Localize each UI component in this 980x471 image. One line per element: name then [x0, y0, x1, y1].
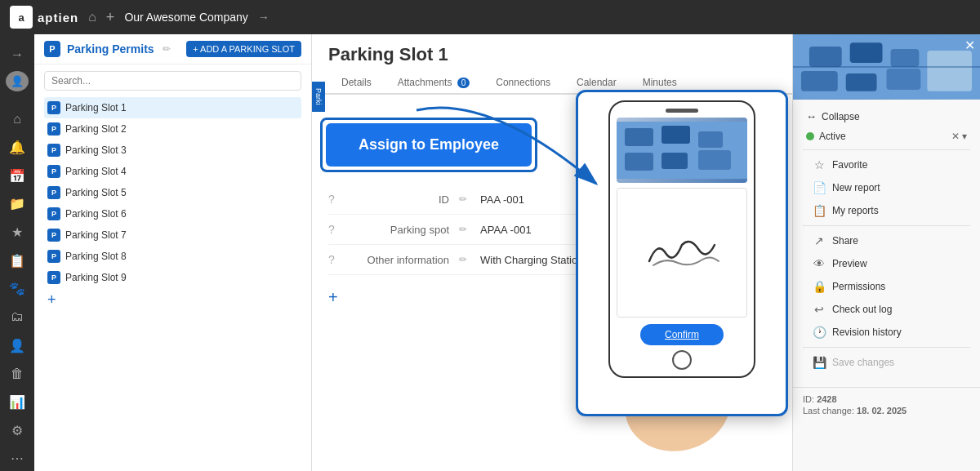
svg-rect-1	[809, 47, 842, 67]
svg-rect-3	[890, 49, 919, 67]
slot-item-1[interactable]: P Parking Slot 1	[44, 97, 301, 118]
record-id: ID: 2428	[803, 394, 970, 404]
permit-icon: P	[44, 41, 60, 57]
logo[interactable]: a aptien	[10, 6, 78, 29]
favorite-item[interactable]: ☆ Favorite	[803, 153, 970, 176]
home-icon[interactable]: ⌂	[88, 10, 96, 24]
field-id-edit-icon[interactable]: ✏	[459, 193, 467, 205]
sidebar-archive-icon[interactable]: 🗂	[3, 304, 31, 330]
sidebar-trash-icon[interactable]: 🗑	[3, 361, 31, 386]
slot-icon-8: P	[47, 250, 60, 263]
plus-icon[interactable]: +	[106, 9, 115, 26]
checkout-icon: ↩	[813, 303, 826, 316]
sidebar-home-icon[interactable]: ⌂	[3, 107, 31, 132]
report-icon: 📄	[813, 181, 826, 194]
sidebar-chart-icon[interactable]: 📊	[3, 389, 31, 415]
panel-close-button[interactable]: ✕	[964, 38, 975, 53]
slot-item-5[interactable]: P Parking Slot 5	[44, 182, 301, 203]
main-header: Parking Slot 1	[312, 34, 792, 65]
status-chevron-icon[interactable]: ▾	[962, 131, 967, 142]
add-slot-plus-icon[interactable]: +	[44, 288, 301, 312]
slot-item-9[interactable]: P Parking Slot 9	[44, 267, 301, 288]
revision-item[interactable]: 🕐 Revision history	[803, 321, 970, 344]
revision-label: Revision history	[832, 327, 902, 338]
sidebar-calendar-icon[interactable]: 📅	[3, 163, 31, 189]
field-id-help-icon[interactable]: ?	[328, 193, 341, 206]
star-icon: ☆	[813, 158, 826, 171]
phone-home-button[interactable]	[672, 350, 692, 370]
slot-item-8[interactable]: P Parking Slot 8	[44, 246, 301, 267]
phone-overlay: Confirm	[576, 90, 788, 416]
collapse-button[interactable]: ↔ Collapse	[803, 106, 970, 127]
slot-item-4[interactable]: P Parking Slot 4	[44, 161, 301, 182]
left-sidebar: → 👤 ⌂ 🔔 📅 📁 ★ 📋 🐾 🗂 👤 🗑 📊 ⚙ ⋯	[0, 34, 34, 471]
search-input[interactable]	[44, 71, 301, 91]
sidebar-bell-icon[interactable]: 🔔	[3, 135, 31, 160]
sidebar-folder-icon[interactable]: 📁	[3, 192, 31, 217]
field-info-help-icon[interactable]: ?	[328, 253, 341, 266]
phone-image-area	[617, 118, 747, 183]
attachments-badge: 0	[457, 78, 470, 88]
permissions-item[interactable]: 🔒 Permissions	[803, 275, 970, 298]
panel-actions: ↔ Collapse Active ✕ ▾ ☆ Favorite 📄 New r…	[793, 100, 980, 380]
add-parking-slot-button[interactable]: + ADD A PARKING SLOT	[186, 41, 301, 57]
sidebar-list-icon[interactable]: 📋	[3, 248, 31, 273]
tab-details[interactable]: Details	[328, 72, 385, 95]
status-x-button[interactable]: ✕	[951, 131, 960, 142]
tab-connections[interactable]: Connections	[483, 72, 564, 95]
new-report-item[interactable]: 📄 New report	[803, 176, 970, 199]
slot-name-4: Parking Slot 4	[65, 166, 127, 177]
sidebar-settings-icon[interactable]: ⚙	[3, 418, 31, 443]
slot-icon-3: P	[47, 144, 60, 157]
phone-thumbnail-svg	[617, 118, 747, 183]
active-status-dot	[806, 132, 814, 140]
sidebar-title: Parking Permits	[67, 42, 154, 56]
permissions-icon: 🔒	[813, 280, 826, 293]
share-item[interactable]: ↗ Share	[803, 229, 970, 252]
sidebar-user-icon[interactable]: 👤	[3, 333, 31, 358]
panel-divider-1	[803, 149, 970, 150]
field-spot-edit-icon[interactable]: ✏	[459, 224, 467, 235]
phone-signature-area	[617, 188, 747, 318]
svg-rect-2	[850, 42, 883, 63]
sidebar-paw-icon[interactable]: 🐾	[3, 277, 31, 302]
field-info-label: Other information	[351, 254, 449, 266]
slot-icon-2: P	[47, 122, 60, 136]
svg-rect-4	[801, 71, 838, 91]
phone-confirm-button[interactable]: Confirm	[640, 324, 724, 345]
slot-item-7[interactable]: P Parking Slot 7	[44, 224, 301, 246]
field-spot-value: APAA -001	[480, 224, 532, 236]
secondary-sidebar: P Parking Permits ✏ + ADD A PARKING SLOT…	[34, 34, 312, 471]
nav-arrow-icon: →	[258, 11, 270, 24]
edit-title-icon[interactable]: ✏	[163, 43, 171, 55]
user-avatar[interactable]: 👤	[6, 71, 29, 91]
checkout-log-item[interactable]: ↩ Check out log	[803, 298, 970, 321]
assign-to-employee-button[interactable]: Assign to Employee	[326, 123, 532, 167]
preview-item[interactable]: 👁 Preview	[803, 252, 970, 275]
field-spot-help-icon[interactable]: ?	[328, 223, 341, 236]
panel-divider-3	[803, 347, 970, 348]
sidebar-star-icon[interactable]: ★	[3, 220, 31, 245]
field-info-value: With Charging Station	[480, 254, 583, 266]
field-info-edit-icon[interactable]: ✏	[459, 254, 467, 265]
tab-attachments[interactable]: Attachments 0	[385, 72, 483, 95]
status-controls: ✕ ▾	[951, 131, 967, 142]
sidebar-more-icon[interactable]: ⋯	[3, 446, 31, 471]
svg-rect-13	[625, 153, 653, 171]
slot-name-1: Parking Slot 1	[65, 102, 127, 113]
sidebar-arrow-icon[interactable]: →	[3, 42, 31, 68]
preview-label: Preview	[832, 258, 867, 269]
new-report-label: New report	[832, 182, 880, 193]
collapse-label: Collapse	[822, 111, 860, 122]
my-reports-item[interactable]: 📋 My reports	[803, 199, 970, 222]
slot-item-6[interactable]: P Parking Slot 6	[44, 203, 301, 224]
slot-item-2[interactable]: P Parking Slot 2	[44, 118, 301, 140]
right-panel: ✕ ↔ Collapse Active ✕ ▾ ☆ Favorite 📄 New…	[792, 34, 980, 471]
slot-name-6: Parking Slot 6	[65, 208, 127, 220]
phone-inner: Confirm	[608, 100, 755, 378]
vertical-tab[interactable]: Parki	[312, 82, 325, 112]
save-changes-item[interactable]: 💾 Save changes	[803, 351, 970, 374]
slot-name-7: Parking Slot 7	[65, 229, 127, 241]
slot-item-3[interactable]: P Parking Slot 3	[44, 140, 301, 161]
status-row: Active ✕ ▾	[803, 127, 970, 146]
